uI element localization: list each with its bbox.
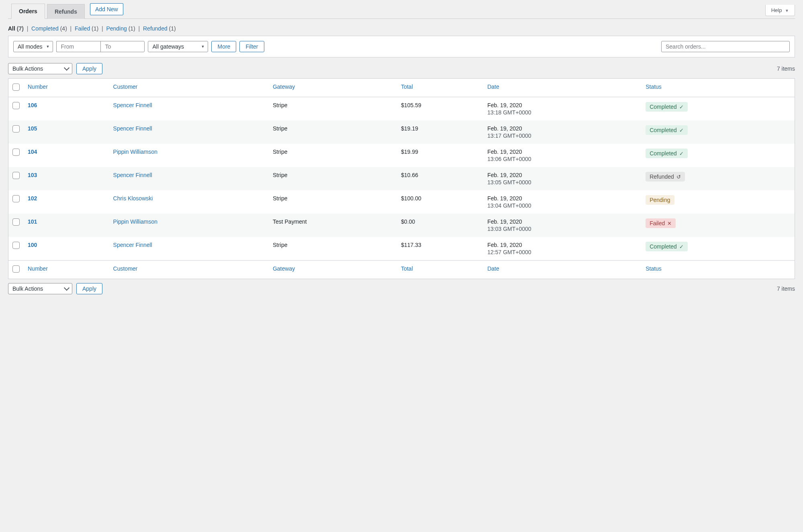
filter-all[interactable]: All (7) bbox=[8, 25, 25, 32]
apply-button-bottom[interactable]: Apply bbox=[76, 283, 102, 294]
status-badge: Completed ✓ bbox=[646, 149, 688, 158]
date-cell: Feb. 19, 202013:06 GMT+0000 bbox=[483, 144, 642, 167]
status-badge: Failed ✕ bbox=[646, 218, 676, 228]
total-cell: $0.00 bbox=[397, 214, 483, 237]
item-count-bottom: 7 items bbox=[777, 285, 795, 292]
date-cell: Feb. 19, 202013:03 GMT+0000 bbox=[483, 214, 642, 237]
table-row: 103 Spencer Finnell Stripe $10.66 Feb. 1… bbox=[8, 167, 795, 190]
table-row: 101 Pippin Williamson Test Payment $0.00… bbox=[8, 214, 795, 237]
help-button[interactable]: Help ▼ bbox=[765, 5, 795, 16]
col-number[interactable]: Number bbox=[28, 84, 48, 90]
date-cell: Feb. 19, 202012:57 GMT+0000 bbox=[483, 237, 642, 261]
col-status[interactable]: Status bbox=[646, 84, 662, 90]
filter-completed[interactable]: Completed (4) bbox=[31, 25, 69, 32]
bulk-actions-select-bottom[interactable]: Bulk Actions bbox=[8, 283, 72, 294]
total-cell: $10.66 bbox=[397, 167, 483, 190]
total-cell: $100.00 bbox=[397, 190, 483, 214]
modes-select[interactable]: All modes bbox=[13, 41, 53, 52]
col-status-foot[interactable]: Status bbox=[646, 265, 662, 272]
date-cell: Feb. 19, 202013:05 GMT+0000 bbox=[483, 167, 642, 190]
row-checkbox[interactable] bbox=[12, 149, 20, 156]
customer-link[interactable]: Pippin Williamson bbox=[113, 149, 157, 155]
col-date[interactable]: Date bbox=[487, 84, 499, 90]
apply-button-top[interactable]: Apply bbox=[76, 63, 102, 74]
date-to-input[interactable] bbox=[100, 41, 145, 52]
col-number-foot[interactable]: Number bbox=[28, 265, 48, 272]
col-customer-foot[interactable]: Customer bbox=[113, 265, 138, 272]
order-number-link[interactable]: 100 bbox=[28, 242, 37, 248]
col-total[interactable]: Total bbox=[401, 84, 413, 90]
filter-refunded[interactable]: Refunded (1) bbox=[143, 25, 176, 32]
col-total-foot[interactable]: Total bbox=[401, 265, 413, 272]
customer-link[interactable]: Spencer Finnell bbox=[113, 125, 152, 132]
add-new-button[interactable]: Add New bbox=[90, 3, 123, 15]
table-row: 102 Chris Klosowski Stripe $100.00 Feb. … bbox=[8, 190, 795, 214]
total-cell: $19.99 bbox=[397, 144, 483, 167]
order-number-link[interactable]: 105 bbox=[28, 125, 37, 132]
total-cell: $105.59 bbox=[397, 97, 483, 121]
row-checkbox[interactable] bbox=[12, 218, 20, 226]
customer-link[interactable]: Spencer Finnell bbox=[113, 172, 152, 178]
order-number-link[interactable]: 104 bbox=[28, 149, 37, 155]
caret-down-icon: ▼ bbox=[785, 8, 789, 13]
status-icon: ✓ bbox=[679, 127, 684, 133]
order-number-link[interactable]: 106 bbox=[28, 102, 37, 108]
gateway-cell: Stripe bbox=[269, 144, 397, 167]
total-cell: $117.33 bbox=[397, 237, 483, 261]
status-icon: ✓ bbox=[679, 104, 684, 110]
bulk-actions-select-top[interactable]: Bulk Actions bbox=[8, 63, 72, 74]
customer-link[interactable]: Pippin Williamson bbox=[113, 218, 157, 225]
table-row: 100 Spencer Finnell Stripe $117.33 Feb. … bbox=[8, 237, 795, 261]
gateway-cell: Stripe bbox=[269, 190, 397, 214]
gateway-cell: Stripe bbox=[269, 120, 397, 144]
row-checkbox[interactable] bbox=[12, 125, 20, 132]
customer-link[interactable]: Spencer Finnell bbox=[113, 242, 152, 248]
gateways-select[interactable]: All gateways bbox=[148, 41, 208, 52]
status-filter-links: All (7) | Completed (4) | Failed (1) | P… bbox=[8, 25, 795, 32]
row-checkbox[interactable] bbox=[12, 242, 20, 249]
gateway-cell: Stripe bbox=[269, 237, 397, 261]
table-row: 104 Pippin Williamson Stripe $19.99 Feb.… bbox=[8, 144, 795, 167]
status-badge: Completed ✓ bbox=[646, 242, 688, 251]
item-count-top: 7 items bbox=[777, 65, 795, 72]
table-row: 106 Spencer Finnell Stripe $105.59 Feb. … bbox=[8, 97, 795, 121]
orders-table: Number Customer Gateway Total Date Statu… bbox=[8, 78, 795, 279]
date-from-input[interactable] bbox=[56, 41, 100, 52]
order-number-link[interactable]: 103 bbox=[28, 172, 37, 178]
status-badge: Completed ✓ bbox=[646, 125, 688, 135]
col-customer[interactable]: Customer bbox=[113, 84, 138, 90]
select-all-checkbox-top[interactable] bbox=[12, 84, 20, 91]
filter-failed[interactable]: Failed (1) bbox=[75, 25, 100, 32]
status-icon: ✓ bbox=[679, 151, 684, 157]
order-number-link[interactable]: 101 bbox=[28, 218, 37, 225]
row-checkbox[interactable] bbox=[12, 102, 20, 109]
row-checkbox[interactable] bbox=[12, 195, 20, 202]
status-badge: Completed ✓ bbox=[646, 102, 688, 112]
col-gateway-foot[interactable]: Gateway bbox=[273, 265, 295, 272]
filter-button[interactable]: Filter bbox=[239, 41, 264, 52]
status-badge: Refunded ↺ bbox=[646, 172, 685, 181]
status-icon: ✕ bbox=[667, 220, 672, 226]
gateway-cell: Stripe bbox=[269, 167, 397, 190]
select-all-checkbox-bottom[interactable] bbox=[12, 265, 20, 273]
customer-link[interactable]: Spencer Finnell bbox=[113, 102, 152, 108]
table-row: 105 Spencer Finnell Stripe $19.19 Feb. 1… bbox=[8, 120, 795, 144]
col-gateway[interactable]: Gateway bbox=[273, 84, 295, 90]
tab-orders[interactable]: Orders bbox=[11, 4, 45, 19]
filter-toolbar: All modes All gateways More Filter bbox=[8, 36, 795, 57]
order-number-link[interactable]: 102 bbox=[28, 195, 37, 202]
gateway-cell: Test Payment bbox=[269, 214, 397, 237]
more-button[interactable]: More bbox=[211, 41, 236, 52]
filter-pending[interactable]: Pending (1) bbox=[106, 25, 137, 32]
customer-link[interactable]: Chris Klosowski bbox=[113, 195, 153, 202]
col-date-foot[interactable]: Date bbox=[487, 265, 499, 272]
status-badge: Pending bbox=[646, 195, 674, 205]
date-cell: Feb. 19, 202013:04 GMT+0000 bbox=[483, 190, 642, 214]
row-checkbox[interactable] bbox=[12, 172, 20, 179]
help-label: Help bbox=[771, 7, 782, 13]
total-cell: $19.19 bbox=[397, 120, 483, 144]
tab-refunds[interactable]: Refunds bbox=[47, 4, 85, 19]
gateway-cell: Stripe bbox=[269, 97, 397, 121]
date-cell: Feb. 19, 202013:17 GMT+0000 bbox=[483, 120, 642, 144]
search-input[interactable] bbox=[661, 41, 790, 52]
